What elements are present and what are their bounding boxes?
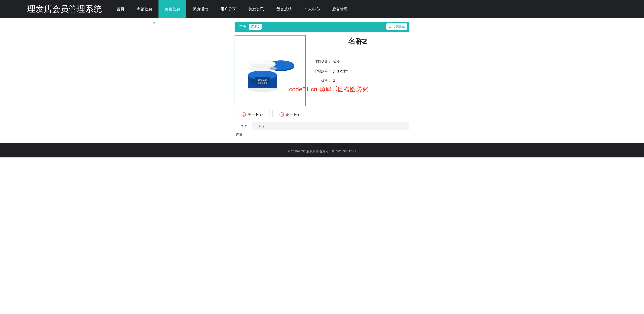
product-illustration: 植萃美肌 抚痕修护膏 [242,42,298,99]
nav-item-7[interactable]: 个人中心 [298,0,326,18]
tab-content: 详情2 [234,130,410,141]
footer-copyright: © 2020-2030 版权所有 备案号：粤ICP65985475-1 [0,150,644,154]
tab-1[interactable]: 评论 [252,122,270,130]
svg-point-14 [244,114,244,114]
nav-item-3[interactable]: 优惠活动 [186,0,214,18]
dislike-button[interactable]: 踩一下(2) [272,110,308,119]
detail-label: 价格： [311,78,333,83]
detail-table: 项目类型：烫发护理效果：护理效果2价格：2 [311,57,410,85]
product-image: 植萃美肌 抚痕修护膏 [234,35,306,106]
content-area: code51.cn-源码乐园盗图必究 植萃美肌 抚痕修护膏 [234,35,410,141]
nav-item-5[interactable]: 美发资讯 [242,0,270,18]
nav-item-4[interactable]: 用户分享 [214,0,242,18]
svg-point-13 [243,114,244,114]
vote-row: 赞一下(2) 踩一下(2) [234,110,410,119]
tab-0[interactable]: 详情 [234,122,252,130]
star-icon [389,25,392,28]
main-nav: 首页商铺信息美发信息优惠活动用户分享美发资讯留言反馈个人中心后台管理 [110,0,354,18]
nav-item-8[interactable]: 后台管理 [326,0,354,18]
detail-value: 2 [333,78,335,83]
svg-rect-8 [255,77,270,86]
favorite-button[interactable]: 点我收藏 [386,23,407,30]
detail-row: 项目类型：烫发 [311,57,410,66]
nav-item-6[interactable]: 留言反馈 [270,0,298,18]
svg-point-12 [242,112,246,116]
detail-label: 护理效果： [311,69,333,73]
like-button[interactable]: 赞一下(2) [234,110,270,119]
favorite-label: 点我收藏 [393,25,405,28]
product-title: 名称2 [306,35,410,46]
smile-icon [241,112,246,117]
dislike-label: 踩一下(2) [286,112,301,117]
detail-row: 价格：2 [311,76,410,85]
svg-marker-0 [389,25,392,28]
breadcrumb-home[interactable]: 首页 [239,24,246,29]
nav-item-0[interactable]: 首页 [110,0,130,18]
svg-point-7 [248,66,277,71]
svg-text:抚痕修护膏: 抚痕修护膏 [258,82,268,84]
svg-point-15 [280,112,284,116]
detail-value: 护理效果2 [333,69,348,73]
detail-row: 护理效果：护理效果2 [311,66,410,76]
breadcrumb-current: 名称2 [249,24,262,30]
breadcrumb-bar: 首页 名称2 点我收藏 [234,22,410,32]
svg-point-17 [282,114,282,114]
detail-value: 烫发 [333,60,340,64]
like-label: 赞一下(2) [248,112,263,117]
detail-label: 项目类型： [311,60,333,64]
svg-point-11 [250,79,255,84]
svg-text:植萃美肌: 植萃美肌 [258,79,267,82]
sad-icon [279,112,284,117]
nav-item-2[interactable]: 美发信息 [158,0,186,18]
tabs: 详情评论 [234,122,410,130]
nav-item-1[interactable]: 商铺信息 [130,0,158,18]
cursor-icon [152,20,155,24]
footer: © 2020-2030 版权所有 备案号：粤ICP65985475-1 [0,143,644,158]
header: 理发店会员管理系统 首页商铺信息美发信息优惠活动用户分享美发资讯留言反馈个人中心… [0,0,644,18]
svg-point-16 [281,114,282,114]
app-logo: 理发店会员管理系统 [0,4,110,14]
